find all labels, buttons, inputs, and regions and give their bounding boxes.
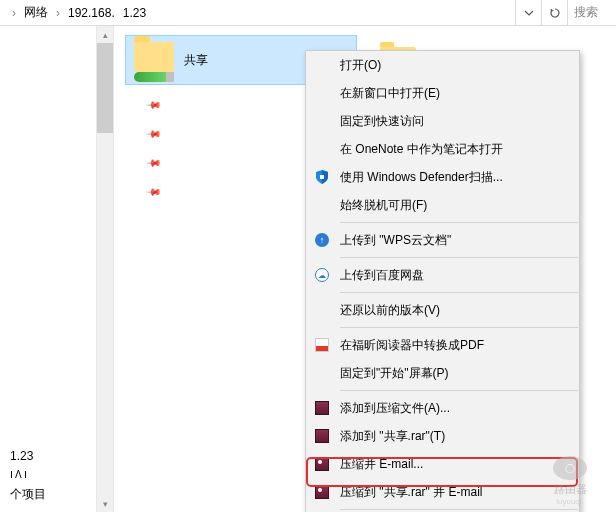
navigation-pane: 📌 📌 📌 📌 📌 1.23 ⅠΛⅠ 个项目 ▴ ▾ [0, 26, 114, 512]
menu-item-always-offline[interactable]: 始终脱机可用(F) [306, 191, 579, 219]
chevron-down-icon [524, 8, 534, 18]
address-buttons [516, 0, 568, 25]
search-input[interactable]: 搜索 [568, 0, 616, 25]
baidu-cloud-icon: ☁ [314, 267, 330, 283]
svg-rect-0 [320, 175, 324, 179]
archive-icon [314, 428, 330, 444]
breadcrumb-seg-ip2[interactable]: 1.23 [119, 6, 150, 20]
menu-item-open-new-window[interactable]: 在新窗口中打开(E) [306, 79, 579, 107]
menu-item-add-to-share-rar[interactable]: 添加到 "共享.rar"(T) [306, 422, 579, 450]
refresh-icon [549, 7, 561, 19]
shared-folder-icon [132, 40, 176, 80]
archive-email-icon [314, 484, 330, 500]
menu-item-open[interactable]: 打开(O) [306, 51, 579, 79]
cloud-upload-icon: ↑ [314, 232, 330, 248]
menu-item-add-to-archive[interactable]: 添加到压缩文件(A)... [306, 394, 579, 422]
menu-item-defender-scan[interactable]: 使用 Windows Defender扫描... [306, 163, 579, 191]
refresh-button[interactable] [542, 0, 568, 25]
search-placeholder: 搜索 [574, 4, 598, 21]
nav-scrollbar[interactable]: ▴ ▾ [96, 26, 113, 512]
nav-bottom-section: 1.23 ⅠΛⅠ 个项目 [0, 440, 96, 512]
status-item-count: 个项目 [10, 483, 86, 506]
menu-separator [340, 292, 578, 293]
nav-item-ip[interactable]: 1.23 [10, 446, 86, 466]
menu-separator [340, 390, 578, 391]
menu-item-upload-wps[interactable]: ↑ 上传到 "WPS云文档" [306, 226, 579, 254]
breadcrumb-seg-network[interactable]: 网络 [20, 4, 52, 21]
menu-item-foxit-pdf[interactable]: 在福昕阅读器中转换成PDF [306, 331, 579, 359]
scroll-track[interactable] [97, 133, 113, 495]
menu-item-pin-quick-access[interactable]: 固定到快速访问 [306, 107, 579, 135]
scroll-down-button[interactable]: ▾ [97, 495, 113, 512]
menu-separator [340, 257, 578, 258]
breadcrumb-seg-ip1[interactable]: 192.168. [64, 6, 119, 20]
menu-item-restore-previous[interactable]: 还原以前的版本(V) [306, 296, 579, 324]
context-menu: 打开(O) 在新窗口中打开(E) 固定到快速访问 在 OneNote 中作为笔记… [305, 50, 580, 512]
menu-separator [340, 222, 578, 223]
pdf-icon [314, 337, 330, 353]
shield-icon [314, 169, 330, 185]
menu-item-open-onenote[interactable]: 在 OneNote 中作为笔记本打开 [306, 135, 579, 163]
folder-label: 共享 [184, 52, 208, 69]
address-bar: › 网络 › 192.168. 1.23 搜索 [0, 0, 616, 26]
dropdown-history-button[interactable] [516, 0, 542, 25]
menu-separator [340, 327, 578, 328]
menu-separator [340, 509, 578, 510]
nav-item-unknown[interactable]: ⅠΛⅠ [10, 466, 86, 483]
menu-item-compress-email[interactable]: 压缩并 E-mail... [306, 450, 579, 478]
menu-item-upload-baidu[interactable]: ☁ 上传到百度网盘 [306, 261, 579, 289]
breadcrumb[interactable]: › 网络 › 192.168. 1.23 [0, 0, 516, 25]
nav-tree[interactable]: 📌 📌 📌 📌 📌 1.23 ⅠΛⅠ 个项目 [0, 26, 96, 512]
chevron-right-icon: › [52, 6, 64, 20]
scroll-up-button[interactable]: ▴ [97, 26, 113, 43]
archive-icon [314, 400, 330, 416]
scroll-thumb[interactable] [97, 43, 113, 133]
menu-item-compress-share-email[interactable]: 压缩到 "共享.rar" 并 E-mail [306, 478, 579, 506]
archive-email-icon [314, 456, 330, 472]
menu-item-pin-start[interactable]: 固定到"开始"屏幕(P) [306, 359, 579, 387]
chevron-right-icon: › [8, 6, 20, 20]
